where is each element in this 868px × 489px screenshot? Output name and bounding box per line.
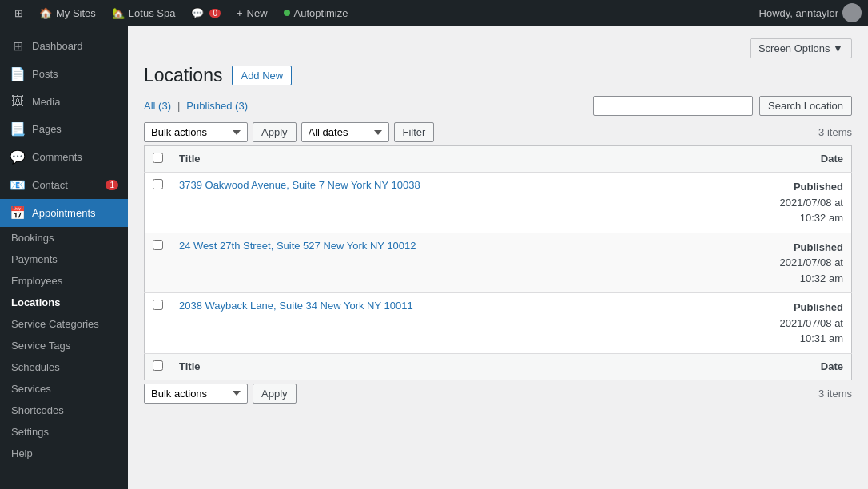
bulk-actions-select-bottom[interactable]: Bulk actions bbox=[144, 384, 248, 404]
sidebar-item-appointments[interactable]: 📅 Appointments bbox=[0, 199, 128, 227]
main-content: Screen Options ▼ Locations Add New All (… bbox=[128, 26, 868, 489]
col-footer-date[interactable]: Date bbox=[740, 353, 852, 380]
wp-logo[interactable]: ⊞ bbox=[6, 0, 31, 26]
col-header-title[interactable]: Title bbox=[171, 146, 740, 173]
submenu-item-locations[interactable]: Locations bbox=[0, 292, 128, 313]
sidebar-item-label: Comments bbox=[32, 151, 82, 163]
location-link[interactable]: 24 West 27th Street, Suite 527 New York … bbox=[179, 240, 416, 252]
sidebar-item-label: Media bbox=[32, 96, 60, 108]
submenu-item-help[interactable]: Help bbox=[0, 443, 128, 464]
date-text: Published 2021/07/08 at10:32 am bbox=[779, 181, 843, 224]
sidebar-item-posts[interactable]: 📄 Posts bbox=[0, 60, 128, 88]
my-sites-label: My Sites bbox=[56, 7, 96, 19]
comment-count: 0 bbox=[209, 9, 221, 18]
comments-icon: 💬 bbox=[10, 149, 26, 165]
row-title-cell: 3739 Oakwood Avenue, Suite 7 New York NY… bbox=[171, 173, 740, 233]
sidebar-item-contact[interactable]: 📧 Contact 1 bbox=[0, 171, 128, 199]
date-filter-select[interactable]: All dates bbox=[301, 122, 389, 142]
date-status: Published bbox=[794, 301, 843, 313]
submenu-item-bookings[interactable]: Bookings bbox=[0, 227, 128, 248]
add-new-button[interactable]: Add New bbox=[232, 66, 292, 85]
submenu-item-shortcodes[interactable]: Shortcodes bbox=[0, 400, 128, 421]
date-status: Published bbox=[794, 241, 843, 253]
new-menu[interactable]: + New bbox=[229, 0, 276, 26]
item-count-bottom: 3 items bbox=[818, 388, 852, 400]
dashboard-icon: ⊞ bbox=[10, 38, 26, 54]
top-toolbar: Bulk actions Apply All dates Filter 3 it… bbox=[144, 122, 852, 142]
sidebar-item-pages[interactable]: 📃 Pages bbox=[0, 115, 128, 143]
row-checkbox[interactable] bbox=[153, 179, 163, 189]
col-header-date[interactable]: Date bbox=[740, 146, 852, 173]
sidebar-item-comments[interactable]: 💬 Comments bbox=[0, 143, 128, 171]
submenu-item-services[interactable]: Services bbox=[0, 378, 128, 400]
location-link[interactable]: 2038 Wayback Lane, Suite 34 New York NY … bbox=[179, 300, 413, 312]
date-value: 2021/07/08 at10:32 am bbox=[779, 197, 843, 225]
user-greeting: Howdy, anntaylor bbox=[759, 7, 838, 19]
bulk-actions-select-top[interactable]: Bulk actions bbox=[144, 122, 248, 142]
row-checkbox-cell bbox=[145, 233, 172, 293]
page-title: Locations bbox=[144, 65, 222, 86]
table-head: Title Date bbox=[145, 146, 852, 173]
sidebar-item-label: Dashboard bbox=[32, 40, 83, 52]
apply-button-top[interactable]: Apply bbox=[253, 122, 297, 142]
comment-icon: 💬 bbox=[191, 7, 204, 19]
admin-sidebar: ⊞ Dashboard 📄 Posts 🖼 Media 📃 Pages 💬 Co… bbox=[0, 26, 128, 489]
home-icon: 🏠 bbox=[39, 7, 52, 19]
location-link[interactable]: 3739 Oakwood Avenue, Suite 7 New York NY… bbox=[179, 179, 420, 191]
plus-icon: + bbox=[237, 7, 243, 19]
comments-menu[interactable]: 💬 0 bbox=[183, 0, 229, 26]
screen-options-button[interactable]: Screen Options ▼ bbox=[750, 38, 852, 58]
sidebar-item-label: Posts bbox=[32, 68, 58, 80]
submenu-item-service-categories[interactable]: Service Categories bbox=[0, 313, 128, 335]
filter-all-link[interactable]: All (3) bbox=[144, 100, 171, 112]
appointments-submenu: Bookings Payments Employees Locations Se… bbox=[0, 227, 128, 464]
row-checkbox-cell bbox=[145, 293, 172, 354]
sidebar-item-media[interactable]: 🖼 Media bbox=[0, 88, 128, 115]
sidebar-item-dashboard[interactable]: ⊞ Dashboard bbox=[0, 32, 128, 60]
filter-separator: | bbox=[177, 100, 180, 112]
col-footer-cb bbox=[145, 353, 172, 380]
new-label: New bbox=[247, 7, 268, 19]
select-all-checkbox-bottom[interactable] bbox=[153, 360, 163, 371]
row-title-cell: 24 West 27th Street, Suite 527 New York … bbox=[171, 233, 740, 293]
row-date-cell: Published 2021/07/08 at10:31 am bbox=[740, 293, 852, 354]
bottom-toolbar: Bulk actions Apply 3 items bbox=[144, 384, 852, 404]
screen-options-bar: Screen Options ▼ bbox=[144, 38, 852, 58]
table-footer-row: Title Date bbox=[145, 353, 852, 380]
autoptimize-menu[interactable]: Autoptimize bbox=[276, 0, 356, 26]
search-input[interactable] bbox=[593, 96, 753, 116]
autoptimize-label: Autoptimize bbox=[294, 7, 348, 19]
table-row: 3739 Oakwood Avenue, Suite 7 New York NY… bbox=[145, 173, 852, 233]
sidebar-item-label: Appointments bbox=[32, 207, 96, 219]
appointments-icon: 📅 bbox=[10, 205, 26, 221]
table-row: 2038 Wayback Lane, Suite 34 New York NY … bbox=[145, 293, 852, 354]
filter-published-link[interactable]: Published (3) bbox=[186, 100, 248, 112]
select-all-checkbox-top[interactable] bbox=[153, 153, 163, 163]
col-header-cb bbox=[145, 146, 172, 173]
date-text: Published 2021/07/08 at10:31 am bbox=[779, 301, 843, 344]
row-date-cell: Published 2021/07/08 at10:32 am bbox=[740, 233, 852, 293]
submenu-item-schedules[interactable]: Schedules bbox=[0, 356, 128, 378]
row-checkbox-cell bbox=[145, 173, 172, 233]
date-value: 2021/07/08 at10:31 am bbox=[779, 317, 843, 345]
site-name-menu[interactable]: 🏡 Lotus Spa bbox=[104, 0, 184, 26]
submenu-item-service-tags[interactable]: Service Tags bbox=[0, 335, 128, 356]
submenu-item-employees[interactable]: Employees bbox=[0, 270, 128, 292]
submenu-item-settings[interactable]: Settings bbox=[0, 421, 128, 443]
row-checkbox[interactable] bbox=[153, 300, 163, 310]
submenu-item-payments[interactable]: Payments bbox=[0, 248, 128, 270]
my-sites-menu[interactable]: 🏠 My Sites bbox=[31, 0, 104, 26]
col-footer-title[interactable]: Title bbox=[171, 353, 740, 380]
date-status: Published bbox=[794, 181, 843, 193]
page-header: Locations Add New bbox=[144, 65, 852, 86]
filter-bar: All (3) | Published (3) Search Location bbox=[144, 96, 852, 116]
filter-button[interactable]: Filter bbox=[394, 122, 435, 142]
date-text: Published 2021/07/08 at10:32 am bbox=[779, 241, 843, 284]
apply-button-bottom[interactable]: Apply bbox=[253, 384, 297, 404]
admin-bar: ⊞ 🏠 My Sites 🏡 Lotus Spa 💬 0 + New Autop… bbox=[0, 0, 868, 26]
search-location-button[interactable]: Search Location bbox=[759, 96, 852, 116]
table-body: 3739 Oakwood Avenue, Suite 7 New York NY… bbox=[145, 173, 852, 354]
table-header-row: Title Date bbox=[145, 146, 852, 173]
row-title-cell: 2038 Wayback Lane, Suite 34 New York NY … bbox=[171, 293, 740, 354]
row-checkbox[interactable] bbox=[153, 240, 163, 250]
